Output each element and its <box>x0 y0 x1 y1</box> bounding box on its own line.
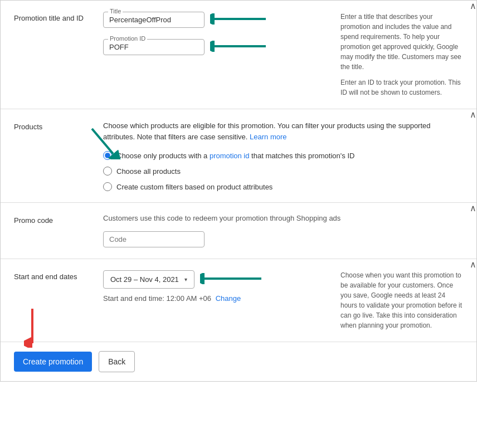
section-toggle-title[interactable]: ∧ <box>470 1 476 11</box>
promo-code-input[interactable] <box>109 235 198 244</box>
products-desc-block: Choose which products are eligible for t… <box>103 120 463 142</box>
section-toggle-promo-code[interactable]: ∧ <box>470 203 476 213</box>
section-toggle-dates[interactable]: ∧ <box>470 259 476 270</box>
products-description: Choose which products are eligible for t… <box>103 120 463 142</box>
radio-custom-filters[interactable] <box>103 182 112 191</box>
promo-id-input[interactable] <box>109 43 198 51</box>
dates-info-text: Choose when you want this promotion to b… <box>340 270 463 330</box>
date-range-value: Oct 29 – Nov 4, 2021 <box>110 275 179 284</box>
section-toggle-products[interactable]: ∧ <box>470 109 476 120</box>
section-label-promo-code: Promo code <box>14 214 92 247</box>
radio-item-promotion-id[interactable]: Choose only products with a promotion id… <box>103 151 463 160</box>
bottom-bar: Create promotion Back <box>1 342 476 381</box>
section-promo-code: Promo code Customers use this code to re… <box>1 203 476 259</box>
teal-arrow-dates <box>200 273 261 286</box>
create-promotion-button[interactable]: Create promotion <box>14 352 92 372</box>
promo-id-field-label: Promotion ID <box>108 35 147 42</box>
section-info-title: Enter a title that describes your promot… <box>340 12 463 98</box>
section-content-products: Choose which products are eligible for t… <box>103 120 463 191</box>
section-info-dates: Choose when you want this promotion to b… <box>340 270 463 330</box>
title-info-text2: Enter an ID to track your promotion. Thi… <box>340 77 463 98</box>
section-content-dates: Oct 29 – Nov 4, 2021 ▾ <box>103 270 329 330</box>
promo-code-description: Customers use this code to redeem your p… <box>103 214 463 222</box>
learn-more-link[interactable]: Learn more <box>250 133 286 141</box>
promo-id-field-row: Promotion ID <box>103 39 329 55</box>
radio-promotion-id[interactable] <box>103 151 112 160</box>
title-field-label: Title <box>108 8 123 14</box>
section-promotion-title: Promotion title and ID Title <box>1 1 476 109</box>
date-row: Oct 29 – Nov 4, 2021 ▾ <box>103 270 329 289</box>
promotion-id-link[interactable]: promotion id <box>210 152 250 160</box>
date-dropdown[interactable]: Oct 29 – Nov 4, 2021 ▾ <box>103 270 194 289</box>
radio-item-all-products[interactable]: Choose all products <box>103 167 463 176</box>
section-label-title: Promotion title and ID <box>14 12 92 98</box>
title-info-text1: Enter a title that describes your promot… <box>340 12 463 72</box>
section-label-dates: Start and end dates <box>14 270 92 330</box>
section-content-title: Title <box>103 12 329 98</box>
change-link[interactable]: Change <box>216 294 241 303</box>
back-button[interactable]: Back <box>99 351 135 372</box>
teal-arrow-title <box>210 13 266 26</box>
chevron-down-icon: ▾ <box>184 276 187 283</box>
section-products: Products Choose which products are eligi… <box>1 109 476 203</box>
date-time-text: Start and end time: 12:00 AM +06 <box>103 294 211 303</box>
title-input[interactable] <box>109 16 198 24</box>
teal-arrow-promo-id <box>210 41 266 53</box>
title-field-wrapper: Title <box>103 12 205 28</box>
promo-code-field-wrapper <box>103 231 205 247</box>
promo-id-field-wrapper: Promotion ID <box>103 39 205 55</box>
radio-label-all-products: Choose all products <box>116 167 181 176</box>
page-wrapper: Promotion title and ID Title <box>0 0 477 382</box>
radio-label-promotion-id: Choose only products with a promotion id… <box>116 152 354 160</box>
date-time-info: Start and end time: 12:00 AM +06 Change <box>103 294 329 303</box>
radio-item-custom-filters[interactable]: Create custom filters based on product a… <box>103 182 463 191</box>
radio-label-custom-filters: Create custom filters based on product a… <box>116 183 272 191</box>
section-label-products: Products <box>14 120 92 191</box>
section-content-promo-code: Customers use this code to redeem your p… <box>103 214 463 247</box>
title-field-row: Title <box>103 12 329 28</box>
products-radio-group: Choose only products with a promotion id… <box>103 151 463 191</box>
radio-all-products[interactable] <box>103 167 112 176</box>
section-dates: Start and end dates Oct 29 – Nov 4, 2021… <box>1 259 476 342</box>
